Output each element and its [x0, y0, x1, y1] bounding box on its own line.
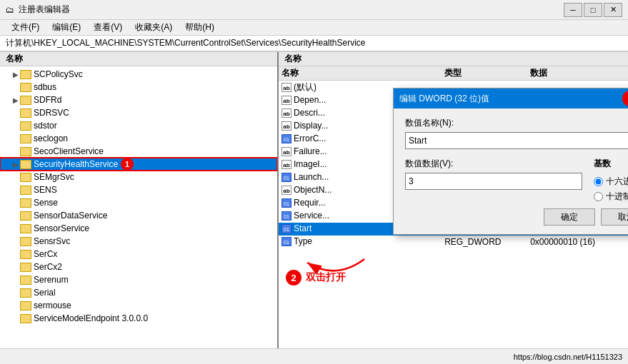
main-area: 名称 ▶SCPolicySvcsdbus▶SDFRdSDRSVCsdstorse…: [0, 51, 628, 348]
folder-icon: [20, 250, 31, 259]
reg-name: Failure...: [294, 146, 327, 156]
name-cell: ab (默认): [281, 81, 317, 93]
reg-icon: ab: [281, 186, 291, 195]
menu-view[interactable]: 查看(V): [88, 20, 128, 35]
tree-item[interactable]: seclogon: [0, 132, 277, 145]
close-button[interactable]: ✕: [604, 3, 622, 17]
reg-name: Type: [294, 236, 312, 246]
menu-help[interactable]: 帮助(H): [179, 20, 220, 35]
tree-item[interactable]: SEMgrSvc: [0, 171, 277, 183]
folder-icon: [20, 173, 31, 182]
tree-item[interactable]: SensorDataService: [0, 209, 277, 222]
menu-file[interactable]: 文件(F): [6, 20, 45, 35]
title-bar-left: 🗂 注册表编辑器: [6, 4, 70, 16]
tree-item-label: sdbus: [34, 82, 56, 92]
tree-item-label: sermouse: [34, 300, 71, 310]
name-input[interactable]: [405, 132, 628, 149]
name-cell: 01 Start: [281, 223, 311, 233]
right-header: 名称: [279, 52, 628, 66]
tree-item[interactable]: ▶SecurityHealthService1: [0, 158, 277, 171]
tree-item[interactable]: SerCx2: [0, 261, 277, 273]
name-cell: 01 Requir...: [281, 198, 326, 208]
menu-favorites[interactable]: 收藏夹(A): [129, 20, 178, 35]
registry-row[interactable]: 01 Type REG_DWORD 0x00000010 (16): [279, 236, 628, 248]
tree-item[interactable]: sermouse: [0, 299, 277, 312]
col-data: 数据: [527, 66, 628, 81]
tree-item-label: seclogon: [34, 133, 68, 143]
tree-item[interactable]: SensrSvc: [0, 235, 277, 248]
annotation-2-container: 2 双击打开: [286, 270, 346, 285]
tree-item-label: SensorService: [34, 223, 89, 233]
name-cell: ab Failure...: [281, 146, 327, 156]
folder-icon: [20, 108, 31, 118]
right-panel: 名称 名称 类型 数据 ab (默认) ab Depen... ab Descr…: [279, 52, 628, 348]
name-cell: 01 Service...: [281, 211, 329, 221]
maximize-button[interactable]: □: [584, 3, 602, 17]
tree-item[interactable]: SerCx: [0, 248, 277, 261]
tree-item[interactable]: SDRSVC: [0, 106, 277, 119]
tree-item[interactable]: SENS: [0, 183, 277, 196]
reg-icon: 01: [281, 198, 291, 208]
tree-item[interactable]: sdbus: [0, 81, 277, 93]
status-url: https://blog.csdn.net/H1151323: [514, 353, 622, 361]
cancel-button[interactable]: 取消: [601, 208, 628, 226]
badge-3: 3: [622, 91, 628, 106]
name-label: 数值名称(N):: [405, 117, 628, 129]
folder-icon: [20, 224, 31, 233]
tree-item-label: SDFRd: [34, 95, 61, 105]
tree-item[interactable]: SensorService: [0, 222, 277, 235]
tree-item[interactable]: Sense: [0, 196, 277, 209]
folder-icon: [20, 70, 31, 79]
folder-icon: [20, 83, 31, 92]
minimize-button[interactable]: ─: [564, 3, 582, 17]
reg-name: Display...: [294, 121, 328, 131]
reg-icon: ab: [281, 160, 291, 169]
app-icon: 🗂: [6, 5, 14, 15]
reg-icon: 01: [281, 211, 291, 221]
reg-name: ErrorC...: [294, 133, 326, 143]
reg-icon: ab: [281, 108, 291, 118]
tree-item[interactable]: ▶SDFRd: [0, 93, 277, 106]
dec-radio-label[interactable]: 十进制(D): [594, 191, 628, 203]
folder-icon: [20, 147, 31, 156]
tree-item-label: sdstor: [34, 121, 57, 131]
dec-label: 十进制(D): [606, 191, 628, 203]
data-label: 数值数据(V):: [405, 158, 582, 170]
reg-name: Service...: [294, 211, 329, 221]
reg-icon: 01: [281, 173, 291, 182]
tree-item[interactable]: Serial: [0, 286, 277, 299]
name-cell: 01 Type: [281, 236, 312, 246]
status-bar: https://blog.csdn.net/H1151323: [0, 348, 628, 364]
tree-item[interactable]: SecoClientService: [0, 145, 277, 158]
col-type: 类型: [442, 66, 527, 81]
dec-radio[interactable]: [594, 192, 603, 201]
reg-data: 0x00000010 (16): [527, 236, 628, 248]
col-name: 名称: [279, 66, 393, 80]
reg-name: Launch...: [294, 172, 329, 182]
reg-name: ObjectN...: [294, 185, 332, 195]
tree-item[interactable]: ▶SCPolicySvc: [0, 68, 277, 81]
folder-icon: [20, 96, 31, 105]
folder-icon: [20, 263, 31, 272]
tree-item-label: Sense: [34, 198, 58, 208]
name-cell: ab Depen...: [281, 95, 326, 105]
data-input[interactable]: [405, 173, 582, 190]
base-group: 基数 十六进制(H) 十进制(D): [594, 158, 628, 203]
hex-radio[interactable]: [594, 177, 603, 186]
tree-item-label: SCPolicySvc: [34, 69, 83, 79]
reg-name: Depen...: [294, 95, 326, 105]
ok-button[interactable]: 确定: [544, 208, 595, 226]
reg-icon: ab: [281, 83, 291, 92]
menu-edit[interactable]: 编辑(E): [46, 20, 86, 35]
edit-dword-dialog: 编辑 DWORD (32 位)值 3 ✕ 数值名称(N): 数值数据(V):: [393, 88, 628, 235]
tree-item[interactable]: ServiceModelEndpoint 3.0.0.0: [0, 312, 277, 325]
reg-icon: 01: [281, 224, 291, 233]
name-cell: 01 ErrorC...: [281, 133, 326, 143]
name-cell: ab ImageI...: [281, 159, 327, 169]
folder-icon: [20, 160, 31, 169]
reg-icon: ab: [281, 96, 291, 105]
tree-item[interactable]: sdstor: [0, 119, 277, 132]
hex-radio-label[interactable]: 十六进制(H): [594, 176, 628, 188]
folder-icon: [20, 198, 31, 208]
tree-item[interactable]: Serenum: [0, 273, 277, 286]
